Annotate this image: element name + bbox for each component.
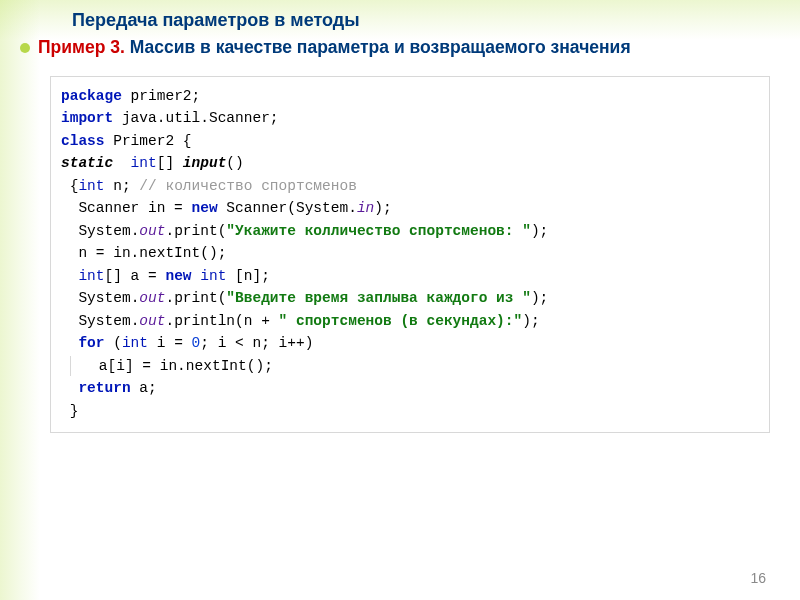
code-line-5: {int n; // количество спортсменов (61, 175, 759, 197)
code-line-7: System.out.print("Укажите колличество сп… (61, 220, 759, 242)
code-line-4: static int[] input() (61, 152, 759, 174)
subtitle: Пример 3. Массив в качестве параметра и … (38, 37, 631, 58)
code-line-6: Scanner in = new Scanner(System.in); (61, 197, 759, 219)
bullet-icon (20, 43, 30, 53)
code-line-8: n = in.nextInt(); (61, 242, 759, 264)
code-line-2: import java.util.Scanner; (61, 107, 759, 129)
code-line-15: } (61, 400, 759, 422)
code-line-3: class Primer2 { (61, 130, 759, 152)
code-line-11: System.out.println(n + " спортсменов (в … (61, 310, 759, 332)
page-number: 16 (750, 570, 766, 586)
subtitle-red: Пример 3. (38, 37, 125, 57)
subtitle-blue: Массив в качестве параметра и возвращаем… (125, 37, 631, 57)
slide-title: Передача параметров в методы (0, 0, 800, 35)
code-block: package primer2; import java.util.Scanne… (50, 76, 770, 433)
subtitle-row: Пример 3. Массив в качестве параметра и … (0, 37, 800, 58)
code-line-9: int[] a = new int [n]; (61, 265, 759, 287)
code-line-13: a[i] = in.nextInt(); (61, 355, 759, 377)
code-line-10: System.out.print("Введите время заплыва … (61, 287, 759, 309)
code-line-1: package primer2; (61, 85, 759, 107)
code-line-14: return a; (61, 377, 759, 399)
slide: Передача параметров в методы Пример 3. М… (0, 0, 800, 600)
code-line-12: for (int i = 0; i < n; i++) (61, 332, 759, 354)
